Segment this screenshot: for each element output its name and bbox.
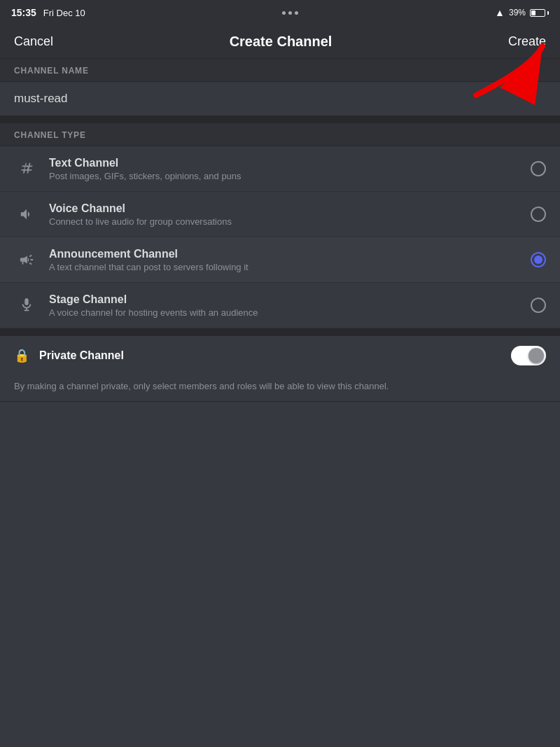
status-time: 15:35 — [11, 7, 36, 18]
text-channel-desc: Post images, GIFs, stickers, opinions, a… — [49, 171, 531, 181]
stage-channel-desc: A voice channel for hosting events with … — [49, 307, 531, 318]
voice-channel-name: Voice Channel — [49, 202, 531, 215]
announcement-channel-info: Announcement Channel A text channel that… — [49, 248, 531, 272]
voice-channel-item[interactable]: Voice Channel Connect to live audio for … — [0, 192, 560, 237]
channel-type-list: Text Channel Post images, GIFs, stickers… — [0, 146, 560, 328]
cancel-button[interactable]: Cancel — [14, 34, 53, 49]
nav-bar: Cancel Create Channel Create — [0, 25, 560, 59]
channel-name-value[interactable]: must-read — [14, 92, 68, 105]
battery-percent: 39% — [509, 8, 526, 18]
page-title: Create Channel — [230, 34, 332, 50]
private-channel-note: By making a channel private, only select… — [0, 375, 560, 401]
toggle-knob — [528, 348, 544, 363]
stage-channel-item[interactable]: Stage Channel A voice channel for hostin… — [0, 283, 560, 328]
megaphone-icon — [14, 247, 39, 272]
announcement-channel-item[interactable]: Announcement Channel A text channel that… — [0, 237, 560, 283]
lock-icon: 🔒 — [14, 348, 29, 363]
text-channel-item[interactable]: Text Channel Post images, GIFs, stickers… — [0, 146, 560, 192]
voice-channel-desc: Connect to live audio for group conversa… — [49, 216, 531, 227]
private-channel-toggle[interactable] — [511, 346, 546, 365]
private-channel-section: 🔒 Private Channel By making a channel pr… — [0, 335, 560, 402]
battery-icon — [530, 9, 549, 17]
status-right: ▲ 39% — [495, 7, 549, 18]
voice-channel-info: Voice Channel Connect to live audio for … — [49, 202, 531, 227]
stage-channel-info: Stage Channel A voice channel for hostin… — [49, 293, 531, 318]
stage-channel-radio[interactable] — [531, 298, 546, 313]
mic-icon — [14, 293, 39, 318]
announcement-channel-radio[interactable] — [531, 252, 546, 267]
bottom-area — [0, 402, 560, 747]
voice-channel-radio[interactable] — [531, 207, 546, 222]
speaker-icon — [14, 202, 39, 227]
wifi-icon: ▲ — [495, 7, 505, 18]
separator-2 — [0, 328, 560, 335]
channel-type-section-label: CHANNEL TYPE — [0, 123, 560, 146]
text-channel-radio[interactable] — [531, 161, 546, 176]
separator — [0, 116, 560, 123]
stage-channel-name: Stage Channel — [49, 293, 531, 306]
status-date: Fri Dec 10 — [43, 8, 85, 18]
channel-name-area[interactable]: must-read — [0, 82, 560, 116]
status-bar: 15:35 Fri Dec 10 ▲ 39% — [0, 0, 560, 25]
private-channel-row[interactable]: 🔒 Private Channel — [0, 336, 560, 375]
channel-name-section-label: CHANNEL NAME — [0, 59, 560, 82]
status-dots — [282, 11, 298, 15]
text-channel-info: Text Channel Post images, GIFs, stickers… — [49, 157, 531, 181]
hash-icon — [14, 156, 39, 181]
announcement-channel-desc: A text channel that can post to servers … — [49, 262, 531, 272]
announcement-channel-name: Announcement Channel — [49, 248, 531, 260]
create-button[interactable]: Create — [508, 34, 546, 49]
private-channel-label: Private Channel — [39, 349, 511, 362]
text-channel-name: Text Channel — [49, 157, 531, 169]
